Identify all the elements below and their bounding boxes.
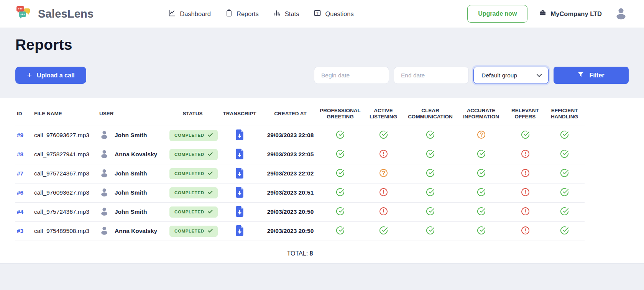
active-listening-question-icon [379,172,388,179]
filters-toolbar: + Upload a call Default group Filter [15,67,629,84]
end-date-input[interactable] [394,67,469,84]
column-header: FILE NAME [33,102,98,126]
upload-call-button[interactable]: + Upload a call [15,67,86,84]
status-label: COMPLETED [174,152,204,157]
row-id-link[interactable]: #8 [17,151,23,157]
user-name: John Smith [115,132,147,139]
column-header: PROFESSIONAL GREETING [318,102,362,126]
file-name-cell: call_975724367.mp3 [33,202,98,221]
file-download-icon [235,213,245,218]
relevant-offers-alert-icon [521,210,530,217]
question-folder-icon: ? [314,9,321,18]
row-id-link[interactable]: #9 [17,132,23,138]
saleslens-logo-icon [15,5,33,23]
user-avatar-button[interactable] [613,6,629,22]
transcript-download-button[interactable] [234,147,245,162]
nav-item-questions[interactable]: ? Questions [314,9,353,18]
check-icon [208,133,213,138]
status-badge: COMPLETED [169,187,218,198]
efficient-handling-check-icon [560,134,569,140]
column-header: ID [15,102,33,126]
user-avatar-icon [99,206,109,218]
accurate-information-check-icon [477,229,486,236]
brand-name: SalesLens [38,8,94,20]
transcript-download-button[interactable] [234,128,245,143]
user-avatar-icon [99,225,109,237]
reports-table: IDFILE NAMEUSERSTATUSTRANSCRIPTCREATED A… [15,102,585,241]
top-navigation-bar: SalesLens Dashboard Reports [0,0,644,28]
check-icon [208,210,213,215]
user-name: Anna Kovalsky [115,151,157,158]
column-header: EFFICIENT HANDLING [544,102,585,126]
transcript-download-button[interactable] [234,186,245,200]
nav-label: Reports [237,10,259,18]
user-name: John Smith [115,189,147,196]
column-header: TRANSCRIPT [217,102,263,126]
active-listening-check-icon [379,229,388,236]
created-at-cell: 29/03/2023 20:51 [263,183,318,202]
row-id-link[interactable]: #3 [17,228,23,234]
transcript-download-button[interactable] [234,224,245,238]
column-header: CLEAR COMMUNICATION [404,102,456,126]
main-nav: Dashboard Reports Stats [168,9,353,18]
check-icon [208,190,213,195]
relevant-offers-alert-icon [521,191,530,198]
status-badge: COMPLETED [169,206,218,218]
efficient-handling-check-icon [560,229,569,236]
user-cell: Anna Kovalsky [99,149,168,160]
file-download-icon [235,174,245,180]
nav-item-stats[interactable]: Stats [273,9,299,18]
status-label: COMPLETED [174,133,204,138]
topbar-right-group: Upgrade now MyCompany LTD [467,5,629,23]
file-name-cell: call_975489508.mp3 [33,221,98,241]
upload-call-label: Upload a call [37,72,75,79]
relevant-offers-alert-icon [521,229,530,236]
upgrade-now-button[interactable]: Upgrade now [467,5,527,23]
total-label: TOTAL: [287,250,308,257]
filter-label: Filter [589,72,604,79]
accurate-information-question-icon [477,134,486,140]
created-at-cell: 29/03/2023 22:02 [263,164,318,183]
filter-button[interactable]: Filter [554,67,629,84]
nav-label: Dashboard [180,10,211,18]
status-badge: COMPLETED [169,149,218,160]
efficient-handling-check-icon [560,172,569,179]
professional-greeting-check-icon [336,172,345,179]
file-name-cell: call_976093627.mp3 [33,126,98,145]
relevant-offers-alert-icon [521,172,530,179]
column-header: STATUS [169,102,217,126]
check-icon [208,152,213,157]
professional-greeting-check-icon [336,153,345,159]
professional-greeting-check-icon [336,229,345,236]
clear-communication-check-icon [426,229,435,236]
user-avatar-icon [99,187,109,198]
begin-date-input[interactable] [314,67,389,84]
group-select-dropdown[interactable]: Default group [473,67,549,84]
check-icon [208,229,213,234]
row-id-link[interactable]: #6 [17,189,23,196]
user-cell: John Smith [99,187,168,198]
table-row: #9call_976093627.mp3 John Smith COMPLETE… [15,126,585,145]
nav-item-reports[interactable]: Reports [225,9,259,18]
clipboard-icon [225,9,233,18]
brand-logo[interactable]: SalesLens [15,5,94,23]
row-id-link[interactable]: #7 [17,170,23,177]
funnel-icon [578,72,584,79]
file-download-icon [235,232,245,238]
check-icon [208,171,213,176]
table-row: #8call_975827941.mp3 Anna Kovalsky COMPL… [15,145,585,164]
transcript-download-button[interactable] [234,205,245,219]
relevant-offers-check-icon [521,134,530,140]
row-id-link[interactable]: #4 [17,208,23,215]
nav-item-dashboard[interactable]: Dashboard [168,9,211,18]
user-avatar-icon [99,149,109,160]
svg-text:?: ? [317,11,319,15]
transcript-download-button[interactable] [234,167,245,181]
column-header: ACCURATE INFORMATION [456,102,506,126]
company-selector[interactable]: MyCompany LTD [539,10,602,18]
accurate-information-check-icon [477,210,486,217]
briefcase-icon [539,10,546,18]
active-listening-check-icon [379,134,388,140]
accurate-information-check-icon [477,191,486,198]
nav-label: Stats [285,10,299,18]
